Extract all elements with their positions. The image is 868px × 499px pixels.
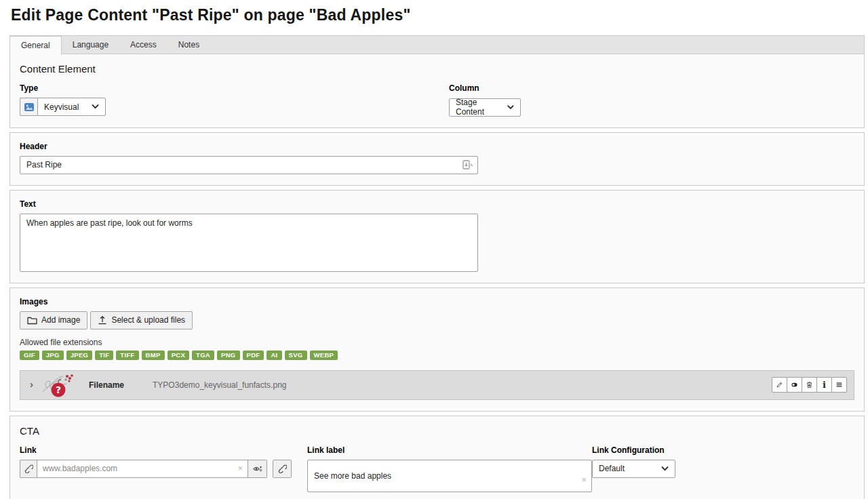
extension-badge: JPEG <box>66 351 93 360</box>
type-field: Type Keyvisual <box>20 83 449 117</box>
section-content-element: Content Element Type Keyvisual Column S <box>9 54 865 128</box>
link-label-input[interactable] <box>307 460 592 492</box>
allowed-extensions-badges: GIF JPG JPEG TIF TIFF BMP PCX TGA PNG PD… <box>20 351 854 360</box>
link-prefix-icon <box>20 460 37 478</box>
type-select[interactable]: Keyvisual <box>37 98 106 116</box>
visibility-toggle-button[interactable] <box>787 377 802 393</box>
type-label: Type <box>20 83 449 93</box>
extension-badge: PCX <box>167 351 189 360</box>
extension-badge: TIFF <box>116 351 138 360</box>
tab-general[interactable]: General <box>9 36 62 55</box>
content-element-heading: Content Element <box>20 63 854 75</box>
cta-heading: CTA <box>20 425 854 437</box>
file-thumbnail: ? <box>37 372 79 399</box>
edit-form: General Language Access Notes Content El… <box>9 35 865 499</box>
extension-badge: GIF <box>20 351 39 360</box>
file-actions: i <box>772 377 847 393</box>
expand-caret-icon[interactable]: › <box>30 378 33 390</box>
chain-link-icon <box>24 464 33 473</box>
allowed-extensions-title: Allowed file extensions <box>20 338 854 347</box>
chevron-down-icon <box>507 105 514 110</box>
extension-badge: TIF <box>95 351 113 360</box>
header-label: Header <box>20 142 854 151</box>
add-image-button[interactable]: Add image <box>20 311 87 330</box>
svg-text:?: ? <box>56 384 61 395</box>
link-explanation-toggle-button[interactable] <box>248 460 267 478</box>
tab-notes[interactable]: Notes <box>167 36 210 54</box>
page-title: Edit Page Content "Past Ripe" on page "B… <box>11 6 857 24</box>
link-configuration-label: Link Configuration <box>592 445 854 455</box>
select-upload-files-button[interactable]: Select & upload files <box>90 311 193 330</box>
extension-badge: TGA <box>192 351 214 360</box>
link-configuration-value: Default <box>599 464 625 473</box>
text-label: Text <box>20 199 854 209</box>
column-select-value: Stage Content <box>456 98 502 117</box>
filename-value: TYPO3demo_keyvisual_funfacts.png <box>153 380 286 390</box>
tab-access[interactable]: Access <box>119 36 167 54</box>
link-input[interactable] <box>37 460 248 478</box>
clear-link-icon[interactable]: × <box>237 464 243 473</box>
link-label-label: Link label <box>307 445 592 455</box>
trash-icon <box>806 380 812 389</box>
upload-button-label: Select & upload files <box>111 315 185 325</box>
header-input[interactable] <box>20 156 478 174</box>
hamburger-icon <box>836 381 842 388</box>
link-browser-button[interactable] <box>273 460 292 478</box>
input-value-picker-icon <box>462 160 474 172</box>
column-label: Column <box>449 83 854 93</box>
tab-bar: General Language Access Notes <box>9 35 865 54</box>
image-file-row: › ? Filename TYPO3demo_keyvisual_funfact… <box>20 370 854 400</box>
add-image-button-label: Add image <box>41 315 80 325</box>
type-select-value: Keyvisual <box>44 102 79 112</box>
text-textarea[interactable]: When apples are past ripe, look out for … <box>20 214 478 272</box>
extension-badge: BMP <box>142 351 165 360</box>
chain-link-icon <box>278 464 287 473</box>
link-label: Link <box>20 445 307 455</box>
link-label-field: Link label × <box>307 445 592 478</box>
section-header: Header <box>9 132 865 186</box>
link-configuration-field: Link Configuration Default <box>592 445 854 478</box>
folder-icon <box>27 316 37 325</box>
upload-icon <box>98 315 107 325</box>
images-label: Images <box>20 297 854 306</box>
section-text: Text When apples are past ripe, look out… <box>9 190 865 283</box>
link-field: Link × <box>20 445 307 478</box>
extension-badge: PDF <box>243 351 264 360</box>
filename-label: Filename <box>89 380 124 390</box>
pencil-icon <box>776 380 783 389</box>
extension-badge: AI <box>267 351 281 360</box>
link-configuration-select[interactable]: Default <box>592 460 675 478</box>
edit-button[interactable] <box>772 377 787 393</box>
column-select[interactable]: Stage Content <box>449 98 521 117</box>
section-images: Images Add image Select & upload files A… <box>9 287 865 412</box>
info-button[interactable]: i <box>816 377 832 393</box>
tab-language[interactable]: Language <box>62 36 119 54</box>
delete-button[interactable] <box>802 377 817 393</box>
clear-link-label-icon[interactable]: × <box>581 475 587 484</box>
extension-badge: JPG <box>42 351 64 360</box>
keyvisual-content-icon <box>20 98 37 116</box>
chevron-down-icon <box>92 104 99 109</box>
column-field: Column Stage Content <box>449 83 854 117</box>
chevron-down-icon <box>661 466 669 471</box>
info-icon: i <box>823 380 826 389</box>
toggle-icon <box>791 381 797 388</box>
extension-badge: WEBP <box>310 351 338 360</box>
drag-handle-button[interactable] <box>831 377 847 393</box>
extension-badge: PNG <box>217 351 240 360</box>
extension-badge: SVG <box>285 351 307 360</box>
link-explanation-icon <box>253 464 262 473</box>
section-cta: CTA Link × <box>9 416 865 499</box>
